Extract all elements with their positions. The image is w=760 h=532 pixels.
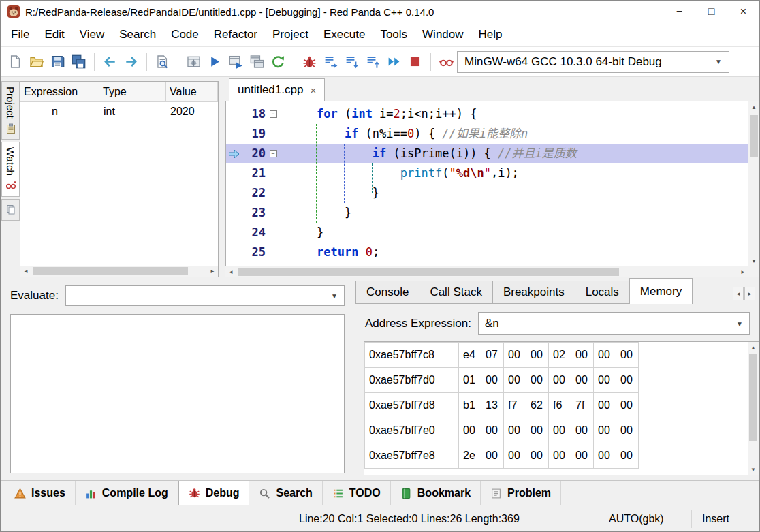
code-line-22[interactable]: 22 } [226,183,748,203]
fold-toggle[interactable]: − [266,110,281,118]
memory-byte[interactable]: 07 [481,343,504,368]
memory-byte[interactable]: f6 [549,393,571,418]
memory-byte[interactable]: 00 [616,343,639,368]
watch-column-value[interactable]: Value [166,82,218,101]
scroll-thumb[interactable] [33,267,188,275]
memory-byte[interactable]: 00 [616,393,639,418]
sidebar-tab-more[interactable] [1,199,20,221]
code-line-21[interactable]: 21 printf("%d\n",i); [226,163,748,183]
menu-code[interactable]: Code [163,22,206,46]
menu-view[interactable]: View [72,22,112,46]
menu-refactor[interactable]: Refactor [206,22,265,46]
memory-byte[interactable]: 00 [571,343,594,368]
tool-tab-compile-log[interactable]: Compile Log [76,481,178,505]
menu-tools[interactable]: Tools [373,22,415,46]
watch-row[interactable]: nint2020 [20,102,218,121]
menu-execute[interactable]: Execute [316,22,373,46]
scroll-down-button[interactable]: ▼ [748,464,759,475]
memory-byte[interactable]: 62 [526,393,549,418]
scroll-left-button[interactable]: ◄ [225,266,236,277]
chevron-down-icon[interactable]: ▼ [736,320,743,328]
watch-horizontal-scrollbar[interactable]: ◄ ► [20,266,218,277]
scroll-down-button[interactable]: ▼ [748,255,759,266]
memory-byte[interactable]: 00 [571,443,594,469]
memory-byte[interactable]: 2e [459,443,481,469]
memory-byte[interactable]: 00 [571,418,594,443]
tab-locals[interactable]: Locals [575,281,630,304]
memory-address[interactable]: 0xae57bff7d0 [365,368,459,393]
scroll-thumb[interactable] [749,354,757,441]
menu-help[interactable]: Help [471,22,510,46]
stop-button[interactable] [405,52,425,72]
watch-column-expression[interactable]: Expression [20,82,99,101]
compile-run-button[interactable] [226,52,246,72]
memory-byte[interactable]: 13 [481,393,504,418]
scroll-track[interactable] [31,266,207,277]
code-line-19[interactable]: 19 if (n%i==0) { //如果i能整除n [226,124,748,144]
tab-scroll-left-button[interactable]: ◄ [733,287,744,300]
tab-close-icon[interactable]: × [310,84,316,96]
watch-column-type[interactable]: Type [99,82,166,101]
code-line-25[interactable]: 25 return 0; [226,242,748,262]
memory-byte[interactable]: 00 [481,368,504,393]
memory-byte[interactable]: 00 [526,418,549,443]
close-button[interactable]: × [727,1,759,22]
maximize-button[interactable]: □ [695,1,727,22]
debug-button[interactable] [300,52,319,72]
compile-button[interactable] [184,52,204,72]
code-line-18[interactable]: 18− for (int i=2;i<n;i++) { [226,104,748,124]
save-all-button[interactable] [69,52,89,72]
scroll-thumb[interactable] [238,268,619,276]
memory-address[interactable]: 0xae57bff7d8 [365,393,459,418]
open-file-button[interactable] [27,52,46,72]
memory-byte[interactable]: 00 [594,443,616,469]
evaluate-input[interactable]: ▼ [65,285,345,306]
memory-byte[interactable]: 00 [571,368,594,393]
run-button[interactable] [205,52,225,72]
memory-byte[interactable]: 00 [526,443,549,469]
memory-byte[interactable]: 02 [549,343,571,368]
minimize-button[interactable]: − [663,1,695,22]
tool-tab-debug[interactable]: Debug [178,481,250,505]
tab-scroll-right-button[interactable]: ► [744,287,755,300]
reformat-button[interactable] [153,52,172,72]
memory-byte[interactable]: 00 [616,418,639,443]
memory-byte[interactable]: 00 [594,343,616,368]
sidebar-tab-watch[interactable]: Watch [1,142,20,197]
chevron-down-icon[interactable]: ▼ [331,292,338,300]
memory-byte[interactable]: 00 [459,418,481,443]
memory-view[interactable]: 0xae57bff7c8e4070000020000000xae57bff7d0… [364,341,759,475]
tool-tab-bookmark[interactable]: Bookmark [391,481,481,505]
code-line-24[interactable]: 24 } [226,223,748,242]
tab-memory[interactable]: Memory [629,278,693,304]
scroll-right-button[interactable]: ► [738,266,748,277]
run-parameters-button[interactable] [268,52,288,72]
menu-project[interactable]: Project [265,22,316,46]
step-over-button[interactable] [321,52,341,72]
scroll-thumb[interactable] [750,115,758,157]
memory-byte[interactable]: 00 [504,368,526,393]
scroll-up-button[interactable]: ▲ [748,342,759,353]
menu-window[interactable]: Window [415,22,471,46]
memory-byte[interactable]: e4 [459,343,481,368]
editor-vertical-scrollbar[interactable]: ▲ ▼ [748,101,759,266]
scroll-right-button[interactable]: ► [207,266,218,277]
memory-byte[interactable]: 00 [481,418,504,443]
memory-byte[interactable]: 00 [594,368,616,393]
memory-byte[interactable]: 00 [526,343,549,368]
code-line-20[interactable]: 20− if (isPrime(i)) { //并且i是质数 [226,144,748,163]
menu-edit[interactable]: Edit [37,22,72,46]
tab-call-stack[interactable]: Call Stack [419,281,493,304]
memory-byte[interactable]: 00 [549,368,571,393]
back-button[interactable] [100,52,120,72]
memory-byte[interactable]: 00 [481,443,504,469]
memory-byte[interactable]: 00 [504,443,526,469]
fold-toggle[interactable]: − [266,150,281,157]
address-expression-input[interactable]: &n ▼ [478,312,750,335]
step-out-button[interactable] [363,52,383,72]
memory-byte[interactable]: f7 [504,393,526,418]
tool-tab-todo[interactable]: TODO [323,481,391,505]
code-editor[interactable]: 18− for (int i=2;i<n;i++) {19 if (n%i==0… [225,101,748,266]
memory-address[interactable]: 0xae57bff7e0 [365,418,459,443]
tool-tab-problem[interactable]: Problem [481,481,561,505]
